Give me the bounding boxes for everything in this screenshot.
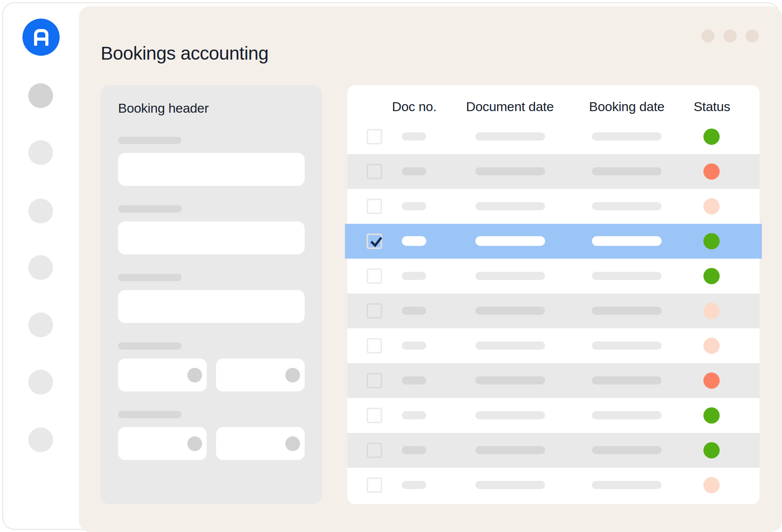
document-date-placeholder xyxy=(475,307,545,315)
document-date-placeholder xyxy=(475,272,545,280)
select-input-field[interactable] xyxy=(118,427,207,460)
row-checkbox[interactable] xyxy=(367,199,382,214)
table-row-9[interactable] xyxy=(347,398,760,433)
sidebar-nav-item-6[interactable] xyxy=(28,370,53,395)
doc-no-placeholder xyxy=(402,411,426,419)
document-date-placeholder xyxy=(475,376,545,384)
window-control-dot-2[interactable] xyxy=(724,29,737,43)
select-indicator-icon xyxy=(285,436,300,451)
status-dot-pending xyxy=(703,477,720,493)
text-input-field[interactable] xyxy=(118,290,305,323)
select-input-field[interactable] xyxy=(216,359,305,391)
field-label-placeholder xyxy=(118,274,182,281)
field-label-placeholder xyxy=(118,137,182,144)
row-checkbox[interactable] xyxy=(367,477,382,493)
doc-no-placeholder xyxy=(402,202,426,210)
table-rows xyxy=(347,119,760,503)
bookings-table: Doc no. Document date Booking date Statu… xyxy=(347,85,760,504)
sidebar-nav-item-2[interactable] xyxy=(28,140,53,165)
window-control-dot-3[interactable] xyxy=(746,29,759,43)
select-input-field[interactable] xyxy=(118,359,207,391)
status-dot-error xyxy=(703,372,720,389)
booking-date-placeholder xyxy=(592,272,662,280)
document-date-placeholder xyxy=(475,236,545,246)
doc-no-placeholder xyxy=(402,236,426,246)
booking-date-placeholder xyxy=(592,481,662,489)
table-row-11[interactable] xyxy=(347,468,760,503)
app-window: Bookings accounting Booking header Doc n… xyxy=(2,2,780,530)
table-row-7[interactable] xyxy=(347,328,760,363)
select-indicator-icon xyxy=(285,368,300,383)
row-checkbox[interactable] xyxy=(367,408,382,423)
status-dot-success xyxy=(703,233,720,249)
sidebar-nav-item-1[interactable] xyxy=(28,83,53,108)
booking-date-placeholder xyxy=(592,446,662,454)
sidebar-nav-item-3[interactable] xyxy=(28,199,53,223)
sidebar-nav-item-4[interactable] xyxy=(28,255,53,280)
page-title: Bookings accounting xyxy=(101,43,268,64)
table-row-6[interactable] xyxy=(347,293,760,328)
doc-no-placeholder xyxy=(402,342,426,350)
row-checkbox[interactable] xyxy=(367,338,382,354)
booking-date-placeholder xyxy=(592,167,662,175)
status-dot-pending xyxy=(703,338,720,354)
select-indicator-icon xyxy=(187,436,202,451)
doc-no-placeholder xyxy=(402,307,426,315)
status-dot-success xyxy=(703,407,720,424)
select-indicator-icon xyxy=(187,368,202,383)
column-header-booking-date: Booking date xyxy=(589,99,665,114)
field-label-placeholder xyxy=(118,205,182,213)
doc-no-placeholder xyxy=(402,167,426,175)
document-date-placeholder xyxy=(475,167,545,175)
booking-date-placeholder xyxy=(592,236,662,246)
field-label-placeholder xyxy=(118,411,182,418)
row-checkbox[interactable] xyxy=(367,129,382,144)
booking-date-placeholder xyxy=(592,376,662,384)
window-control-dot-1[interactable] xyxy=(701,29,715,43)
bookings-accounting-app: Bookings accounting Booking header Doc n… xyxy=(0,0,782,532)
row-checkbox-checked[interactable] xyxy=(367,233,382,249)
status-dot-success xyxy=(703,268,720,284)
table-row-10[interactable] xyxy=(347,433,760,468)
sidebar-nav-item-7[interactable] xyxy=(28,427,53,452)
booking-date-placeholder xyxy=(592,411,662,419)
text-input-field[interactable] xyxy=(118,221,305,254)
app-logo[interactable] xyxy=(22,19,60,56)
doc-no-placeholder xyxy=(402,272,426,280)
row-checkbox[interactable] xyxy=(367,303,382,319)
status-dot-error xyxy=(703,163,720,180)
booking-header-panel: Booking header xyxy=(101,85,322,504)
column-header-status: Status xyxy=(694,99,731,114)
status-dot-success xyxy=(703,442,720,458)
sidebar-nav-item-5[interactable] xyxy=(28,312,53,337)
table-row-4[interactable] xyxy=(347,224,760,259)
document-date-placeholder xyxy=(475,202,545,210)
select-input-field[interactable] xyxy=(216,427,305,460)
doc-no-placeholder xyxy=(402,132,426,141)
status-dot-pending xyxy=(703,198,720,215)
table-row-8[interactable] xyxy=(347,363,760,398)
status-dot-pending xyxy=(703,303,720,319)
booking-date-placeholder xyxy=(592,132,662,141)
row-checkbox[interactable] xyxy=(367,373,382,388)
doc-no-placeholder xyxy=(402,446,426,454)
table-row-2[interactable] xyxy=(347,154,760,189)
document-date-placeholder xyxy=(475,446,545,454)
table-row-1[interactable] xyxy=(347,119,760,154)
booking-date-placeholder xyxy=(592,342,662,350)
status-dot-success xyxy=(703,129,720,145)
document-date-placeholder xyxy=(475,342,545,350)
row-checkbox[interactable] xyxy=(367,164,382,179)
doc-no-placeholder xyxy=(402,376,426,384)
row-checkbox[interactable] xyxy=(367,268,382,284)
check-icon xyxy=(367,233,384,251)
field-label-placeholder xyxy=(118,342,182,350)
booking-panel-title: Booking header xyxy=(118,101,209,116)
text-input-field[interactable] xyxy=(118,153,305,186)
table-row-5[interactable] xyxy=(347,259,760,293)
row-checkbox[interactable] xyxy=(367,443,382,458)
column-header-doc-no: Doc no. xyxy=(392,99,436,114)
doc-no-placeholder xyxy=(402,481,426,489)
table-row-3[interactable] xyxy=(347,189,760,224)
document-date-placeholder xyxy=(475,411,545,419)
